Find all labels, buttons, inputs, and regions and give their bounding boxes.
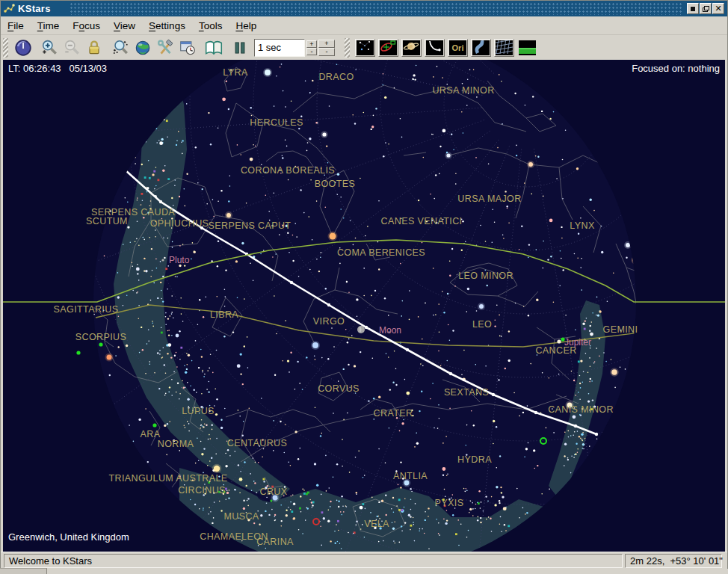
horizon-icon [519, 40, 536, 55]
menu-help[interactable]: Help [229, 18, 263, 34]
show-comets-button[interactable] [425, 39, 445, 57]
timestep-step-down-button[interactable]: - [318, 48, 335, 56]
planet-label-pluto[interactable]: Pluto [169, 255, 189, 265]
deep-sky-object-marker[interactable] [99, 342, 102, 346]
menu-tools[interactable]: Tools [192, 18, 229, 34]
constellation-label-antlia: ANTLIA [393, 471, 428, 481]
stop-clock-button[interactable] [229, 37, 250, 58]
show-planets-button[interactable] [401, 39, 422, 57]
constellation-label-draco: DRACO [318, 72, 354, 82]
constellation-label-scutum: SCUTUM [86, 216, 128, 226]
zoom-out-icon [63, 39, 81, 57]
status-message: Welcome to KStars [4, 554, 623, 568]
planet-jupiter[interactable] [557, 339, 561, 343]
main-toolbar: + - + - Ori [1, 35, 727, 60]
show-deepsky-button[interactable] [378, 39, 398, 57]
geographic-location-button[interactable] [132, 37, 153, 58]
constellation-label-norma: NORMA [158, 439, 194, 449]
show-milkyway-button[interactable] [471, 39, 491, 57]
window-bottom-border [0, 569, 728, 574]
constellation-label-ursa-major: URSA MAJOR [457, 194, 521, 204]
minimize-button[interactable] [687, 3, 699, 14]
track-object-button[interactable] [84, 37, 105, 58]
menu-view[interactable]: View [107, 18, 142, 34]
constellation-label-sextans: SEXTANS [444, 387, 489, 398]
constellation-label-canes-venatici: CANES VENATICI [381, 216, 463, 226]
planet-label-jupiter[interactable]: Jupiter [564, 337, 591, 348]
constellation-label-vela: VELA [364, 519, 389, 529]
timestep-step-up-button[interactable]: + [318, 40, 335, 48]
pause-icon [231, 39, 249, 57]
configure-tools-button[interactable] [155, 37, 176, 58]
deep-sky-object-marker[interactable] [76, 351, 80, 354]
maximize-button[interactable] [700, 3, 712, 14]
constellation-label-ursa-minor: URSA MINOR [432, 85, 494, 96]
show-constellation-names-button[interactable]: Ori [448, 39, 468, 57]
menu-focus[interactable]: Focus [66, 18, 107, 34]
focus-readout: Focused on: nothing [632, 63, 720, 74]
comet-icon [426, 40, 443, 55]
milkyway-icon [472, 40, 490, 55]
toolbar-drag-handle[interactable] [3, 38, 8, 58]
set-time-icon [179, 39, 197, 57]
tools-icon [156, 39, 174, 57]
title-bar[interactable]: KStars ✕ [1, 1, 727, 16]
menu-file[interactable]: File [1, 18, 31, 34]
timestep-input[interactable] [254, 39, 305, 57]
timestep-unit-down-button[interactable]: - [306, 48, 317, 55]
zoom-out-button[interactable] [61, 37, 82, 58]
kstars-window: KStars ✕ FileTimeFocusViewSettingsToolsH… [0, 0, 728, 574]
constellation-label-lynx: LYNX [570, 220, 594, 231]
close-button[interactable]: ✕ [712, 3, 724, 14]
sky-map[interactable]: LT: 06:26:43 05/13/03 Focused on: nothin… [3, 60, 725, 552]
constellation-label-crux: CRUX [259, 487, 287, 497]
find-object-button[interactable] [110, 37, 131, 58]
constellation-label-triangulum-australe: TRIANGULUM AUSTRALE [108, 473, 227, 484]
constellation-label-canis-minor: CANIS MINOR [548, 404, 614, 415]
menu-time[interactable]: Time [31, 18, 67, 34]
constellation-label-lyra: LYRA [223, 67, 247, 78]
location-readout: Greenwich, United Kingdom [8, 531, 129, 543]
status-position-readout: 2m 22s, +53° 10' 01" [625, 554, 722, 568]
constellation-label-bootes: BOOTES [315, 179, 356, 189]
constellation-label-coma-berenices: COMA BERENICES [337, 247, 425, 258]
planet-label-moon[interactable]: Moon [379, 325, 401, 336]
stars-icon [357, 40, 374, 55]
handbook-icon [204, 39, 223, 57]
window-title: KStars [18, 3, 51, 14]
timestep-unit-spinner: + - [306, 40, 317, 55]
handbook-button[interactable] [203, 37, 224, 58]
quit-button[interactable] [13, 37, 34, 58]
status-bar: Welcome to KStars 2m 22s, +53° 10' 01" [1, 552, 727, 570]
timestep-unit-up-button[interactable]: + [306, 40, 317, 48]
show-stars-button[interactable] [355, 39, 375, 57]
set-time-button[interactable] [177, 37, 198, 58]
constellation-label-lupus: LUPUS [182, 406, 215, 416]
power-icon [14, 39, 32, 57]
window-resize-grip[interactable] [0, 568, 47, 574]
constellation-label-hydra: HYDRA [457, 454, 492, 465]
window-controls: ✕ [687, 3, 724, 14]
constellation-label-ophiuchus: OPHIUCHUS [150, 218, 209, 229]
constellation-label-carina: CARINA [256, 537, 294, 547]
view-toolbar-drag-handle[interactable] [345, 38, 350, 58]
deepsky-icon [380, 40, 397, 55]
show-horizon-button[interactable] [517, 39, 537, 57]
timestep-control: + - + - [254, 39, 335, 57]
constellation-label-circinus: CIRCINUS [178, 485, 226, 496]
kstars-app-icon [4, 3, 15, 14]
globe-icon [134, 39, 152, 57]
menu-bar: FileTimeFocusViewSettingsToolsHelp [1, 16, 727, 35]
menu-settings[interactable]: Settings [142, 18, 192, 34]
deep-sky-object-marker[interactable] [152, 423, 156, 427]
constellation-label-centaurus: CENTAURUS [227, 438, 287, 448]
planet-pluto[interactable] [161, 259, 164, 261]
constellation-label-hercules: HERCULES [250, 117, 303, 128]
constellation-label-corvus: CORVUS [318, 383, 360, 394]
constellation-label-musca: MUSCA [223, 511, 259, 522]
constellation-names-icon: Ori [452, 43, 464, 52]
constellation-label-virgo: VIRGO [313, 316, 345, 327]
zoom-in-button[interactable] [39, 37, 60, 58]
show-grid-button[interactable] [494, 39, 514, 57]
titlebar-texture [70, 2, 682, 15]
